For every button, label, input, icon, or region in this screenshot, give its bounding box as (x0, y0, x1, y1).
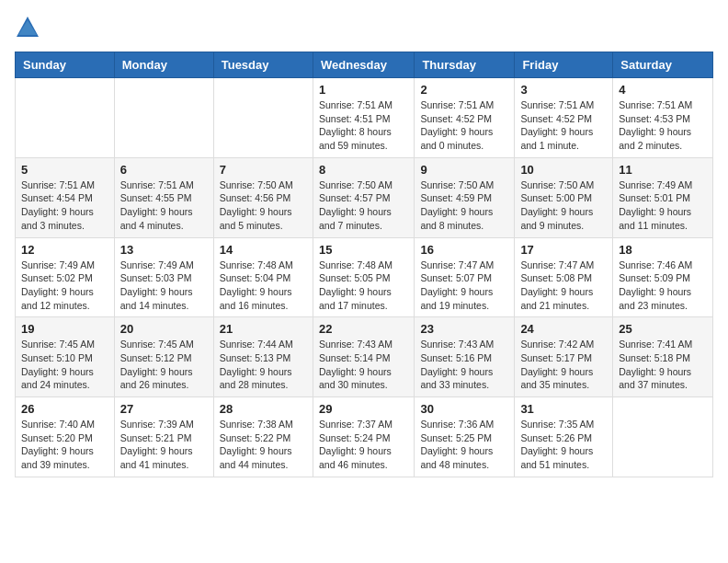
day-info: Sunrise: 7:48 AM Sunset: 5:05 PM Dayligh… (319, 259, 408, 313)
day-info: Sunrise: 7:39 AM Sunset: 5:21 PM Dayligh… (120, 418, 208, 472)
day-number: 21 (220, 322, 307, 336)
day-info: Sunrise: 7:42 AM Sunset: 5:17 PM Dayligh… (520, 338, 607, 392)
calendar-week-row: 1Sunrise: 7:51 AM Sunset: 4:51 PM Daylig… (16, 78, 713, 158)
calendar-cell: 7Sunrise: 7:50 AM Sunset: 4:56 PM Daylig… (213, 157, 313, 237)
calendar-cell: 30Sunrise: 7:36 AM Sunset: 5:25 PM Dayli… (415, 397, 515, 477)
calendar-cell (613, 397, 713, 477)
calendar-header-tuesday: Tuesday (213, 52, 313, 78)
day-info: Sunrise: 7:50 AM Sunset: 4:56 PM Dayligh… (220, 178, 307, 233)
day-number: 13 (120, 243, 208, 257)
day-number: 9 (420, 163, 508, 177)
day-number: 12 (21, 243, 108, 257)
calendar-cell: 8Sunrise: 7:50 AM Sunset: 4:57 PM Daylig… (313, 157, 414, 237)
day-info: Sunrise: 7:49 AM Sunset: 5:03 PM Dayligh… (120, 259, 208, 313)
day-number: 15 (319, 243, 408, 257)
day-info: Sunrise: 7:50 AM Sunset: 4:59 PM Dayligh… (420, 178, 508, 233)
calendar-header-thursday: Thursday (415, 52, 515, 78)
day-number: 20 (120, 322, 208, 336)
day-number: 28 (220, 402, 307, 416)
day-number: 5 (21, 163, 108, 177)
calendar-week-row: 12Sunrise: 7:49 AM Sunset: 5:02 PM Dayli… (16, 237, 713, 317)
day-number: 17 (520, 243, 607, 257)
calendar-cell: 29Sunrise: 7:37 AM Sunset: 5:24 PM Dayli… (313, 397, 414, 477)
day-number: 23 (420, 322, 508, 336)
calendar-cell: 3Sunrise: 7:51 AM Sunset: 4:52 PM Daylig… (515, 78, 613, 158)
calendar-cell: 18Sunrise: 7:46 AM Sunset: 5:09 PM Dayli… (613, 237, 713, 317)
day-number: 25 (619, 322, 707, 336)
day-info: Sunrise: 7:51 AM Sunset: 4:53 PM Dayligh… (619, 98, 707, 153)
calendar-cell: 15Sunrise: 7:48 AM Sunset: 5:05 PM Dayli… (313, 237, 414, 317)
calendar-week-row: 5Sunrise: 7:51 AM Sunset: 4:54 PM Daylig… (16, 157, 713, 237)
day-info: Sunrise: 7:51 AM Sunset: 4:55 PM Dayligh… (120, 178, 208, 233)
day-info: Sunrise: 7:51 AM Sunset: 4:54 PM Dayligh… (21, 178, 108, 233)
calendar-cell: 10Sunrise: 7:50 AM Sunset: 5:00 PM Dayli… (515, 157, 613, 237)
day-info: Sunrise: 7:48 AM Sunset: 5:04 PM Dayligh… (220, 259, 307, 313)
day-info: Sunrise: 7:50 AM Sunset: 5:00 PM Dayligh… (520, 178, 607, 233)
calendar-cell: 4Sunrise: 7:51 AM Sunset: 4:53 PM Daylig… (613, 78, 713, 158)
calendar-week-row: 26Sunrise: 7:40 AM Sunset: 5:20 PM Dayli… (16, 397, 713, 477)
calendar-cell: 23Sunrise: 7:43 AM Sunset: 5:16 PM Dayli… (415, 317, 515, 397)
calendar-cell: 19Sunrise: 7:45 AM Sunset: 5:10 PM Dayli… (16, 317, 115, 397)
calendar-header-friday: Friday (515, 52, 613, 78)
day-number: 27 (120, 402, 208, 416)
day-number: 22 (319, 322, 408, 336)
calendar-cell (114, 78, 213, 158)
day-info: Sunrise: 7:44 AM Sunset: 5:13 PM Dayligh… (220, 338, 307, 392)
day-number: 24 (520, 322, 607, 336)
day-info: Sunrise: 7:47 AM Sunset: 5:07 PM Dayligh… (420, 259, 508, 313)
day-info: Sunrise: 7:50 AM Sunset: 4:57 PM Dayligh… (319, 178, 408, 233)
calendar-cell: 9Sunrise: 7:50 AM Sunset: 4:59 PM Daylig… (415, 157, 515, 237)
logo-icon (15, 15, 40, 40)
calendar-header-monday: Monday (114, 52, 213, 78)
calendar-cell (16, 78, 115, 158)
calendar-cell: 14Sunrise: 7:48 AM Sunset: 5:04 PM Dayli… (213, 237, 313, 317)
page-header (15, 15, 713, 40)
calendar-cell: 16Sunrise: 7:47 AM Sunset: 5:07 PM Dayli… (415, 237, 515, 317)
day-info: Sunrise: 7:36 AM Sunset: 5:25 PM Dayligh… (420, 418, 508, 472)
calendar-cell (213, 78, 313, 158)
calendar-cell: 31Sunrise: 7:35 AM Sunset: 5:26 PM Dayli… (515, 397, 613, 477)
calendar-header-wednesday: Wednesday (313, 52, 414, 78)
calendar-cell: 28Sunrise: 7:38 AM Sunset: 5:22 PM Dayli… (213, 397, 313, 477)
day-info: Sunrise: 7:46 AM Sunset: 5:09 PM Dayligh… (619, 259, 707, 313)
day-number: 26 (21, 402, 108, 416)
day-number: 19 (21, 322, 108, 336)
day-info: Sunrise: 7:40 AM Sunset: 5:20 PM Dayligh… (21, 418, 108, 472)
day-number: 16 (420, 243, 508, 257)
logo (15, 15, 44, 40)
day-number: 14 (220, 243, 307, 257)
calendar-header-saturday: Saturday (613, 52, 713, 78)
calendar-cell: 1Sunrise: 7:51 AM Sunset: 4:51 PM Daylig… (313, 78, 414, 158)
day-number: 7 (220, 163, 307, 177)
day-info: Sunrise: 7:45 AM Sunset: 5:10 PM Dayligh… (21, 338, 108, 392)
day-number: 30 (420, 402, 508, 416)
day-info: Sunrise: 7:43 AM Sunset: 5:16 PM Dayligh… (420, 338, 508, 392)
day-number: 31 (520, 402, 607, 416)
day-number: 1 (319, 83, 408, 97)
calendar-cell: 25Sunrise: 7:41 AM Sunset: 5:18 PM Dayli… (613, 317, 713, 397)
calendar-cell: 6Sunrise: 7:51 AM Sunset: 4:55 PM Daylig… (114, 157, 213, 237)
calendar-cell: 26Sunrise: 7:40 AM Sunset: 5:20 PM Dayli… (16, 397, 115, 477)
day-number: 10 (520, 163, 607, 177)
calendar-cell: 17Sunrise: 7:47 AM Sunset: 5:08 PM Dayli… (515, 237, 613, 317)
day-info: Sunrise: 7:51 AM Sunset: 4:52 PM Dayligh… (420, 98, 508, 153)
calendar-cell: 5Sunrise: 7:51 AM Sunset: 4:54 PM Daylig… (16, 157, 115, 237)
calendar-cell: 27Sunrise: 7:39 AM Sunset: 5:21 PM Dayli… (114, 397, 213, 477)
day-number: 3 (520, 83, 607, 97)
day-info: Sunrise: 7:43 AM Sunset: 5:14 PM Dayligh… (319, 338, 408, 392)
calendar-cell: 20Sunrise: 7:45 AM Sunset: 5:12 PM Dayli… (114, 317, 213, 397)
calendar-cell: 24Sunrise: 7:42 AM Sunset: 5:17 PM Dayli… (515, 317, 613, 397)
calendar-cell: 13Sunrise: 7:49 AM Sunset: 5:03 PM Dayli… (114, 237, 213, 317)
day-number: 6 (120, 163, 208, 177)
calendar-week-row: 19Sunrise: 7:45 AM Sunset: 5:10 PM Dayli… (16, 317, 713, 397)
day-info: Sunrise: 7:49 AM Sunset: 5:01 PM Dayligh… (619, 178, 707, 233)
day-info: Sunrise: 7:47 AM Sunset: 5:08 PM Dayligh… (520, 259, 607, 313)
calendar-cell: 22Sunrise: 7:43 AM Sunset: 5:14 PM Dayli… (313, 317, 414, 397)
calendar-header-row: SundayMondayTuesdayWednesdayThursdayFrid… (16, 52, 713, 78)
day-number: 29 (319, 402, 408, 416)
calendar-table: SundayMondayTuesdayWednesdayThursdayFrid… (15, 52, 713, 477)
day-info: Sunrise: 7:37 AM Sunset: 5:24 PM Dayligh… (319, 418, 408, 472)
day-info: Sunrise: 7:35 AM Sunset: 5:26 PM Dayligh… (520, 418, 607, 472)
day-number: 2 (420, 83, 508, 97)
calendar-cell: 2Sunrise: 7:51 AM Sunset: 4:52 PM Daylig… (415, 78, 515, 158)
